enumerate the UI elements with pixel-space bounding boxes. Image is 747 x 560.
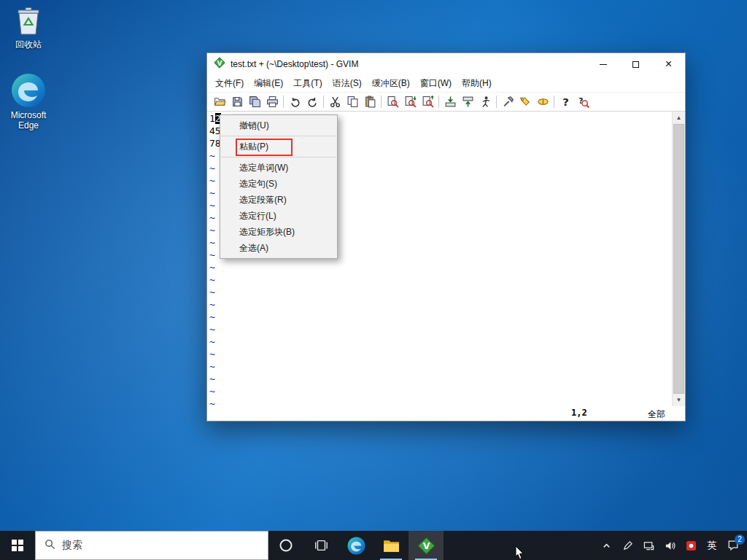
undo-icon[interactable] bbox=[286, 93, 303, 110]
taskbar-edge-button[interactable] bbox=[338, 531, 374, 560]
replace-icon[interactable] bbox=[384, 93, 401, 110]
close-button[interactable]: × bbox=[652, 53, 685, 75]
toolbar-separator bbox=[438, 96, 439, 108]
save-icon[interactable] bbox=[228, 93, 246, 110]
edge-label: Microsoft Edge bbox=[0, 110, 57, 131]
context-menu-separator bbox=[221, 136, 336, 136]
windows-logo-icon bbox=[12, 540, 23, 551]
print-icon[interactable] bbox=[263, 93, 281, 110]
tilde-marker: ~ bbox=[209, 323, 672, 335]
vim-icon: V bbox=[214, 57, 225, 71]
context-menu-item-8[interactable]: 选定矩形块(B) bbox=[220, 224, 337, 240]
ime-indicator[interactable]: 英 bbox=[704, 534, 720, 556]
menubar-item-3[interactable]: 语法(S) bbox=[328, 75, 367, 92]
svg-text:?: ? bbox=[562, 96, 569, 108]
load-session-icon[interactable] bbox=[441, 93, 459, 110]
pen-tray-icon[interactable] bbox=[619, 534, 635, 556]
find-next-icon[interactable] bbox=[401, 93, 419, 110]
cut-icon[interactable] bbox=[326, 93, 344, 110]
make-icon[interactable] bbox=[499, 93, 516, 110]
menubar-item-4[interactable]: 缓冲区(B) bbox=[367, 75, 415, 92]
folder-icon bbox=[382, 537, 400, 555]
network-tray-icon[interactable] bbox=[640, 534, 657, 556]
scrollbar[interactable]: ▲ ▼ bbox=[672, 112, 685, 406]
paste-icon[interactable] bbox=[361, 93, 379, 110]
notification-badge: 2 bbox=[735, 534, 745, 545]
tilde-marker: ~ bbox=[209, 397, 672, 406]
window-title: test.txt + (~\Desktop\test) - GVIM bbox=[231, 59, 358, 69]
build-tags-icon[interactable] bbox=[516, 93, 534, 110]
find-prev-icon[interactable] bbox=[419, 93, 436, 110]
menubar-item-0[interactable]: 文件(F) bbox=[210, 75, 249, 92]
context-menu-item-7[interactable]: 选定行(L) bbox=[220, 208, 337, 224]
desktop-icon-recycle-bin[interactable]: 回收站 bbox=[0, 6, 57, 51]
tilde-marker: ~ bbox=[209, 348, 672, 360]
toolbar-separator bbox=[554, 96, 554, 108]
tilde-marker: ~ bbox=[209, 373, 672, 385]
maximize-button[interactable] bbox=[619, 53, 652, 75]
titlebar[interactable]: V test.txt + (~\Desktop\test) - GVIM × bbox=[207, 53, 685, 75]
tilde-marker: ~ bbox=[209, 335, 672, 348]
context-menu-item-5[interactable]: 选定句(S) bbox=[220, 176, 337, 192]
tilde-marker: ~ bbox=[209, 273, 672, 286]
menubar-item-5[interactable]: 窗口(W) bbox=[415, 75, 457, 92]
task-view-button[interactable] bbox=[303, 531, 338, 560]
toolbar-separator bbox=[381, 96, 382, 108]
context-menu-item-9[interactable]: 全选(A) bbox=[220, 240, 337, 256]
scroll-position: 全部 bbox=[648, 408, 665, 421]
scroll-up-icon[interactable]: ▲ bbox=[673, 112, 685, 124]
tilde-marker: ~ bbox=[209, 311, 672, 323]
save-session-icon[interactable] bbox=[459, 93, 476, 110]
toolbar-separator bbox=[496, 96, 497, 108]
taskbar-file-explorer-button[interactable] bbox=[374, 531, 409, 560]
recycle-bin-icon bbox=[0, 6, 57, 36]
find-help-icon[interactable]: ? bbox=[574, 93, 592, 110]
menubar-item-1[interactable]: 编辑(E) bbox=[249, 75, 288, 92]
desktop-icon-edge[interactable]: Microsoft Edge bbox=[0, 73, 57, 131]
gvim-taskbar-icon: V bbox=[417, 537, 436, 555]
context-menu-item-0[interactable]: 撤销(U) bbox=[220, 117, 337, 133]
context-menu-item-4[interactable]: 选定单词(W) bbox=[220, 160, 337, 176]
svg-text:V: V bbox=[217, 60, 222, 67]
copy-icon[interactable] bbox=[344, 93, 361, 110]
toolbar-separator bbox=[323, 96, 324, 108]
edge-icon bbox=[0, 73, 57, 108]
context-menu-item-2[interactable]: 粘贴(P) bbox=[220, 139, 337, 155]
menubar-item-2[interactable]: 工具(T) bbox=[288, 75, 327, 92]
tilde-marker: ~ bbox=[209, 360, 672, 373]
save-all-icon[interactable] bbox=[246, 93, 263, 110]
volume-tray-icon[interactable] bbox=[662, 534, 678, 556]
open-icon[interactable] bbox=[211, 93, 228, 110]
context-menu-separator bbox=[221, 157, 336, 158]
window-controls: × bbox=[587, 53, 685, 75]
menubar-item-6[interactable]: 帮助(H) bbox=[457, 75, 497, 92]
redo-icon[interactable] bbox=[303, 93, 321, 110]
status-bar: 1,2 全部 bbox=[207, 406, 685, 421]
action-center-button[interactable]: 2 bbox=[725, 534, 741, 556]
tilde-marker: ~ bbox=[209, 298, 672, 311]
start-button[interactable] bbox=[0, 531, 35, 560]
menu-bar: 文件(F)编辑(E)工具(T)语法(S)缓冲区(B)窗口(W)帮助(H) bbox=[207, 75, 685, 92]
tilde-marker: ~ bbox=[209, 286, 672, 298]
scrollbar-thumb[interactable] bbox=[673, 124, 684, 394]
minimize-button[interactable] bbox=[587, 53, 619, 75]
tag-jump-icon[interactable] bbox=[534, 93, 551, 110]
svg-text:V: V bbox=[422, 540, 430, 551]
run-script-icon[interactable] bbox=[476, 93, 494, 110]
taskbar-search-input[interactable]: 搜索 bbox=[35, 531, 268, 560]
search-icon bbox=[44, 539, 55, 552]
taskbar-gvim-button[interactable]: V bbox=[409, 531, 444, 560]
scroll-down-icon[interactable]: ▼ bbox=[673, 394, 685, 406]
hidden-icons-chevron-icon[interactable] bbox=[598, 534, 614, 556]
toolbar-separator bbox=[283, 96, 284, 108]
cortana-button[interactable] bbox=[268, 531, 303, 560]
context-menu: 撤销(U)粘贴(P)选定单词(W)选定句(S)选定段落(R)选定行(L)选定矩形… bbox=[220, 114, 338, 259]
recycle-bin-label: 回收站 bbox=[0, 39, 57, 51]
system-tray: 英 2 bbox=[592, 531, 747, 560]
tilde-marker: ~ bbox=[209, 385, 672, 397]
red-app-tray-icon[interactable] bbox=[683, 534, 699, 556]
desktop: 回收站 Microsoft Edge V test.txt + (~\Deskt… bbox=[0, 0, 747, 560]
tilde-marker: ~ bbox=[209, 261, 672, 273]
help-icon[interactable]: ? bbox=[557, 93, 574, 110]
context-menu-item-6[interactable]: 选定段落(R) bbox=[220, 192, 337, 208]
